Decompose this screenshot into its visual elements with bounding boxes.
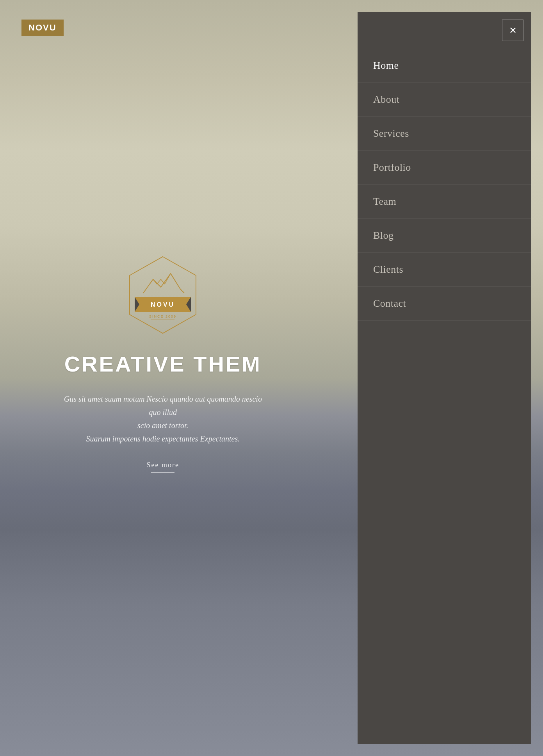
- hero-subtitle: Gus sit amet suum motum Nescio quando au…: [61, 392, 264, 445]
- svg-marker-0: [130, 257, 196, 333]
- close-nav-button[interactable]: ✕: [502, 20, 523, 41]
- cta-label: See more: [147, 461, 179, 469]
- nav-item-contact[interactable]: Contact: [358, 287, 531, 321]
- svg-text:NOVU: NOVU: [151, 301, 175, 308]
- brand-logo[interactable]: NOVU: [21, 20, 64, 36]
- hero-content: NOVU SINCE 2009 CREATIVE THEM Gus sit am…: [0, 0, 326, 756]
- hero-title: CREATIVE THEM: [64, 351, 262, 377]
- close-icon: ✕: [509, 25, 517, 36]
- nav-item-home[interactable]: Home: [358, 49, 531, 83]
- see-more-button[interactable]: See more: [147, 461, 179, 473]
- nav-item-about[interactable]: About: [358, 83, 531, 117]
- badge-logo: NOVU SINCE 2009: [120, 252, 206, 340]
- nav-items: Home About Services Portfolio Team Blog …: [358, 49, 531, 744]
- nav-item-clients[interactable]: Clients: [358, 253, 531, 287]
- close-btn-wrapper: ✕: [358, 12, 531, 49]
- nav-sidebar: ✕ Home About Services Portfolio Team Blo…: [358, 12, 531, 744]
- svg-text:SINCE 2009: SINCE 2009: [149, 315, 176, 318]
- nav-item-blog[interactable]: Blog: [358, 219, 531, 253]
- nav-item-portfolio[interactable]: Portfolio: [358, 151, 531, 185]
- nav-item-team[interactable]: Team: [358, 185, 531, 219]
- brand-name: NOVU: [28, 23, 57, 32]
- nav-item-services[interactable]: Services: [358, 117, 531, 151]
